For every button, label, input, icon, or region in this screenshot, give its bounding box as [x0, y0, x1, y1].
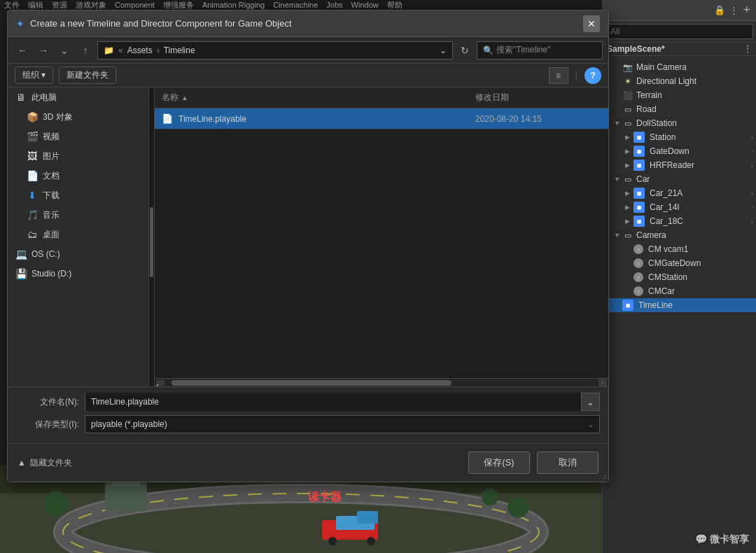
- scrollbar-thumb[interactable]: [172, 380, 451, 386]
- hierarchy-item-road[interactable]: ▭ Road: [603, 102, 756, 116]
- filename-dropdown-icon: ⌄: [587, 397, 594, 407]
- hierarchy-item-main-camera[interactable]: 📷 Main Camera: [603, 60, 756, 74]
- menu-item-jobs[interactable]: Jobs: [326, 1, 342, 9]
- hierarchy-item-car18c[interactable]: ▶ ■ Car_18C ›: [603, 214, 756, 228]
- hierarchy-item-gatedown[interactable]: ▶ ■ GateDown ›: [603, 144, 756, 158]
- hierarchy-item-car14i[interactable]: ▶ ■ Car_14I ›: [603, 200, 756, 214]
- hierarchy-item-car21a[interactable]: ▶ ■ Car_21A ›: [603, 186, 756, 200]
- sidebar-item-studio-d[interactable]: 💾 Studio (D:): [8, 264, 154, 284]
- sidebar-scrollbar-thumb[interactable]: [150, 207, 153, 277]
- cmvcam1-label: CM vcam1: [648, 244, 688, 254]
- breadcrumb-assets[interactable]: Assets: [127, 46, 153, 55]
- menu-item-cinemachine[interactable]: Cinemachine: [273, 1, 318, 9]
- save-button[interactable]: 保存(S): [468, 451, 530, 474]
- add-icon[interactable]: +: [743, 3, 750, 18]
- expand-right-arrow: ›: [751, 148, 753, 155]
- svg-point-16: [482, 489, 498, 505]
- dollstation-icon: ▭: [622, 118, 634, 129]
- menu-item-help[interactable]: 帮助: [387, 0, 402, 10]
- menu-item-window[interactable]: Window: [351, 1, 379, 9]
- dollstation-label: DollStation: [636, 118, 677, 128]
- nav-up-button[interactable]: ↑: [76, 41, 94, 59]
- organize-button[interactable]: 组织 ▾: [15, 66, 53, 84]
- sidebar-item-downloads[interactable]: ⬇ 下载: [8, 186, 154, 205]
- hierarchy-item-timeline[interactable]: ■ TimeLine: [603, 298, 756, 312]
- filename-dropdown-button[interactable]: ⌄: [581, 393, 599, 410]
- hierarchy-search-bar[interactable]: [603, 21, 756, 43]
- sidebar-scrollbar-track[interactable]: [148, 88, 154, 386]
- horizontal-scrollbar[interactable]: ‹ ›: [155, 378, 608, 386]
- hierarchy-item-camera[interactable]: ▼ ▭ Camera: [603, 228, 756, 242]
- scroll-right-button[interactable]: ›: [598, 379, 607, 387]
- sidebar-item-pictures[interactable]: 🖼 图片: [8, 146, 154, 166]
- menu-item-animation[interactable]: Animation Rigging: [202, 1, 265, 9]
- nav-search-box[interactable]: 🔍 搜索"Timeline": [477, 41, 603, 59]
- new-folder-button[interactable]: 新建文件夹: [59, 66, 116, 84]
- resize-handle[interactable]: ⊿: [601, 472, 607, 480]
- cmcar-icon: ○: [634, 286, 643, 296]
- cmstation-label: CMStation: [648, 272, 687, 282]
- breadcrumb-expand[interactable]: ⌄: [440, 46, 447, 55]
- more-icon[interactable]: ⋮: [729, 5, 738, 15]
- sidebar-item-os-c[interactable]: 💻 OS (C:): [8, 244, 154, 264]
- column-date[interactable]: 修改日期: [475, 92, 601, 104]
- nav-dropdown-button[interactable]: ⌄: [55, 41, 74, 59]
- videos-icon: 🎬: [26, 131, 38, 142]
- breadcrumb-timeline[interactable]: Timeline: [164, 46, 195, 55]
- car21a-cube-icon: ■: [634, 188, 645, 199]
- hide-folders-toggle[interactable]: ▲ 隐藏文件夹: [18, 457, 72, 469]
- sidebar-item-this-pc[interactable]: 🖥 此电脑: [8, 88, 154, 107]
- hierarchy-item-terrain[interactable]: ⬛ Terrain: [603, 88, 756, 102]
- hierarchy-item-directional-light[interactable]: ☀ Directional Light: [603, 74, 756, 88]
- hierarchy-item-cmvcam1[interactable]: ○ CM vcam1: [603, 242, 756, 256]
- hierarchy-item-cmstation[interactable]: ○ CMStation: [603, 270, 756, 284]
- sidebar-item-documents[interactable]: 📄 文档: [8, 166, 154, 186]
- column-name[interactable]: 名称 ▲: [162, 92, 475, 104]
- menu-item-assets[interactable]: 资源: [52, 0, 67, 10]
- sidebar-item-videos[interactable]: 🎬 视频: [8, 127, 154, 146]
- close-icon: ✕: [587, 18, 596, 29]
- filetype-dropdown[interactable]: playable (*.playable) ⌄: [85, 415, 600, 433]
- up-icon: ↑: [83, 45, 88, 56]
- timeline-label: TimeLine: [638, 300, 673, 310]
- menu-item-edit[interactable]: 编辑: [28, 0, 43, 10]
- nav-back-button[interactable]: ←: [13, 41, 31, 59]
- car18c-cube-icon: ■: [634, 216, 645, 227]
- hierarchy-item-station[interactable]: ▶ ■ Station ›: [603, 130, 756, 144]
- dialog-close-button[interactable]: ✕: [583, 15, 600, 32]
- view-toggle-button[interactable]: ≡: [549, 67, 568, 84]
- hierarchy-list: 📷 Main Camera ☀ Directional Light ⬛ Terr…: [603, 57, 756, 553]
- nav-forward-button[interactable]: →: [34, 41, 52, 59]
- cancel-button[interactable]: 取消: [537, 451, 598, 474]
- menu-item-enhance[interactable]: 增强服务: [163, 0, 194, 10]
- menu-item-file[interactable]: 文件: [4, 0, 20, 10]
- hierarchy-item-hrfreader[interactable]: ▶ ■ HRFReader ›: [603, 158, 756, 172]
- scroll-left-button[interactable]: ‹: [156, 380, 164, 386]
- folder-icon: 📁: [104, 46, 114, 55]
- help-button[interactable]: ?: [584, 67, 601, 84]
- menu-item-gameobject[interactable]: 游戏对象: [76, 0, 106, 10]
- sidebar-item-3d-objects[interactable]: 📦 3D 对象: [8, 107, 154, 127]
- watermark: 💬 微卡智享: [695, 533, 749, 546]
- content-area: 🖥 此电脑 📦 3D 对象 🎬 视频 🖼 图片 📄 文档 ⬇ 下载: [8, 88, 608, 386]
- nav-refresh-button[interactable]: ↻: [456, 41, 474, 59]
- scene-menu-icon[interactable]: ⋮: [743, 44, 752, 54]
- expand-arrow: ▶: [625, 148, 632, 155]
- hierarchy-item-cmcar[interactable]: ○ CMCar: [603, 284, 756, 298]
- menu-item-component[interactable]: Component: [115, 1, 155, 9]
- car21a-label: Car_21A: [650, 188, 682, 198]
- hierarchy-item-cmgatedown[interactable]: ○ CMGateDown: [603, 256, 756, 270]
- expand-arrow: ▶: [625, 190, 632, 197]
- expand-right-arrow: ›: [751, 218, 753, 225]
- breadcrumb: 📁 « Assets › Timeline ⌄: [97, 41, 453, 59]
- hierarchy-search-input[interactable]: [606, 24, 753, 39]
- hierarchy-item-car[interactable]: ▼ ▭ Car: [603, 172, 756, 186]
- sidebar-item-desktop[interactable]: 🗂 桌面: [8, 225, 154, 244]
- sidebar-item-music[interactable]: 🎵 音乐: [8, 205, 154, 225]
- expand-right-arrow: ›: [751, 190, 753, 197]
- expand-right-arrow: ›: [751, 204, 753, 211]
- filename-input[interactable]: [85, 393, 581, 411]
- file-row-timeline[interactable]: 📄 TimeLine.playable 2020-08-20 14:15: [155, 108, 608, 130]
- downloads-icon: ⬇: [26, 190, 38, 201]
- hierarchy-item-dollstation[interactable]: ▼ ▭ DollStation: [603, 116, 756, 130]
